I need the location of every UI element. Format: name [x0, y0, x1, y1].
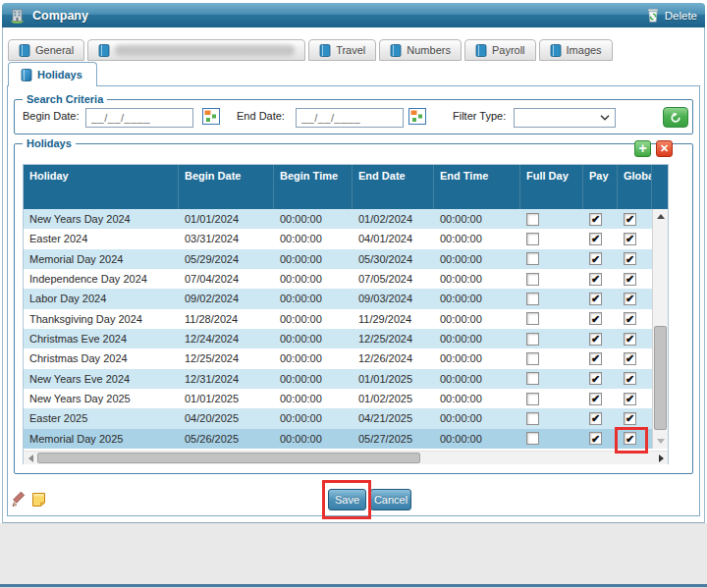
- global-checkbox[interactable]: [624, 333, 636, 346]
- full-day-checkbox[interactable]: [526, 312, 539, 325]
- pay-checkbox[interactable]: [589, 213, 602, 226]
- cell-begin-date: 05/26/2025: [179, 429, 274, 449]
- global-checkbox[interactable]: [624, 213, 636, 226]
- full-day-checkbox[interactable]: [526, 213, 539, 226]
- pay-checkbox[interactable]: [589, 312, 602, 325]
- table-row[interactable]: Easter 2024 03/31/2024 00:00:00 04/01/20…: [24, 229, 652, 248]
- global-checkbox[interactable]: [624, 273, 636, 286]
- tab-payroll[interactable]: Payroll: [464, 39, 536, 61]
- table-row[interactable]: Christmas Eve 2024 12/24/2024 00:00:00 1…: [24, 329, 652, 348]
- full-day-checkbox[interactable]: [526, 352, 539, 365]
- full-day-checkbox[interactable]: [526, 333, 539, 346]
- table-row[interactable]: New Years Day 2024 01/01/2024 00:00:00 0…: [24, 209, 652, 229]
- scroll-left-button[interactable]: [24, 452, 37, 465]
- pay-checkbox[interactable]: [589, 393, 602, 405]
- tab-holidays[interactable]: Holidays: [8, 62, 97, 86]
- full-day-checkbox[interactable]: [526, 372, 539, 385]
- pay-checkbox[interactable]: [589, 233, 602, 245]
- pay-checkbox[interactable]: [589, 293, 602, 305]
- tab-general[interactable]: General: [8, 39, 84, 61]
- column-header[interactable]: Pay: [583, 165, 618, 209]
- add-holiday-button[interactable]: +: [634, 140, 651, 157]
- begin-date-input[interactable]: [85, 108, 193, 128]
- global-checkbox[interactable]: [624, 252, 636, 265]
- scroll-up-button[interactable]: [653, 209, 669, 224]
- scroll-down-button[interactable]: [653, 434, 669, 449]
- global-checkbox[interactable]: [624, 372, 636, 385]
- note-icon[interactable]: [30, 492, 47, 511]
- table-row[interactable]: Thanksgiving Day 2024 11/28/2024 00:00:0…: [24, 309, 652, 329]
- table-row[interactable]: Labor Day 2024 09/02/2024 00:00:00 09/03…: [24, 289, 652, 308]
- tab-images[interactable]: Images: [539, 39, 613, 61]
- global-checkbox[interactable]: [624, 293, 636, 305]
- table-row[interactable]: New Years Day 2025 01/01/2025 00:00:00 0…: [24, 389, 652, 408]
- full-day-checkbox[interactable]: [526, 412, 539, 425]
- tab-redacted[interactable]: [87, 39, 305, 61]
- vertical-scroll-thumb[interactable]: [654, 326, 667, 430]
- cell-end-date: 11/29/2024: [353, 309, 434, 329]
- full-day-checkbox[interactable]: [526, 233, 539, 245]
- full-day-checkbox[interactable]: [526, 252, 539, 265]
- tab-numbers[interactable]: Numbers: [379, 39, 462, 61]
- global-checkbox[interactable]: [624, 393, 636, 405]
- calendar-icon: [202, 108, 220, 125]
- search-criteria-legend: Search Criteria: [23, 92, 107, 106]
- notebook-icon: [19, 44, 30, 57]
- column-header[interactable]: End Date: [353, 165, 434, 209]
- full-day-checkbox[interactable]: [526, 273, 539, 286]
- table-row[interactable]: Memorial Day 2025 05/26/2025 00:00:00 05…: [24, 429, 652, 449]
- full-day-checkbox[interactable]: [526, 393, 539, 405]
- column-header[interactable]: Begin Time: [274, 165, 353, 209]
- cancel-button[interactable]: Cancel: [370, 489, 411, 510]
- column-header[interactable]: Holiday: [24, 165, 179, 209]
- end-date-calendar-button[interactable]: [408, 108, 426, 127]
- cell-end-time: 00:00:00: [434, 309, 520, 329]
- delete-button[interactable]: Delete: [645, 7, 697, 24]
- table-row[interactable]: New Years Eve 2024 12/31/2024 00:00:00 0…: [24, 369, 652, 389]
- notebook-icon: [475, 44, 487, 57]
- cell-begin-date: 07/04/2024: [179, 269, 274, 289]
- remove-holiday-button[interactable]: ✕: [656, 140, 673, 157]
- global-checkbox[interactable]: [624, 233, 636, 245]
- global-checkbox[interactable]: [624, 312, 636, 325]
- cell-begin-date: 01/01/2025: [179, 389, 274, 408]
- pay-checkbox[interactable]: [589, 372, 602, 385]
- pay-checkbox[interactable]: [589, 252, 602, 265]
- column-header[interactable]: End Time: [434, 165, 520, 209]
- edit-pencil-icon[interactable]: [10, 491, 27, 512]
- cell-begin-time: 00:00:00: [274, 209, 353, 229]
- window-title: Company: [32, 9, 88, 23]
- cell-begin-time: 00:00:00: [274, 309, 353, 329]
- horizontal-scroll-thumb[interactable]: [37, 453, 420, 463]
- global-checkbox[interactable]: [624, 412, 636, 425]
- end-date-input[interactable]: [296, 108, 404, 128]
- cell-end-time: 00:00:00: [434, 389, 520, 408]
- column-header[interactable]: Full Day: [520, 165, 583, 209]
- pay-checkbox[interactable]: [589, 412, 602, 425]
- filter-type-select[interactable]: [514, 108, 616, 128]
- horizontal-scrollbar[interactable]: [24, 451, 668, 464]
- full-day-checkbox[interactable]: [526, 293, 539, 305]
- table-row[interactable]: Independence Day 2024 07/04/2024 00:00:0…: [24, 269, 652, 289]
- pay-checkbox[interactable]: [589, 273, 602, 286]
- cell-end-date: 04/21/2025: [353, 408, 434, 428]
- begin-date-calendar-button[interactable]: [201, 108, 220, 127]
- search-criteria-fieldset: Search Criteria Begin Date: End Date: Fi…: [14, 99, 693, 134]
- table-row[interactable]: Easter 2025 04/20/2025 00:00:00 04/21/20…: [24, 408, 652, 428]
- pay-checkbox[interactable]: [589, 352, 602, 365]
- refresh-search-button[interactable]: [663, 107, 688, 128]
- vertical-scrollbar[interactable]: [652, 209, 668, 449]
- scroll-right-button[interactable]: [654, 452, 668, 465]
- cell-end-time: 00:00:00: [434, 408, 520, 428]
- cell-end-time: 00:00:00: [434, 269, 520, 289]
- full-day-checkbox[interactable]: [526, 432, 539, 445]
- global-checkbox[interactable]: [624, 352, 636, 365]
- column-header[interactable]: Begin Date: [179, 165, 274, 209]
- column-header[interactable]: Global: [618, 165, 652, 209]
- table-row[interactable]: Memorial Day 2024 05/29/2024 00:00:00 05…: [24, 249, 652, 269]
- pay-checkbox[interactable]: [589, 333, 602, 346]
- table-row[interactable]: Christmas Day 2024 12/25/2024 00:00:00 1…: [24, 348, 652, 368]
- cell-holiday: Memorial Day 2025: [24, 429, 179, 449]
- tab-travel[interactable]: Travel: [308, 39, 376, 61]
- pay-checkbox[interactable]: [589, 432, 602, 445]
